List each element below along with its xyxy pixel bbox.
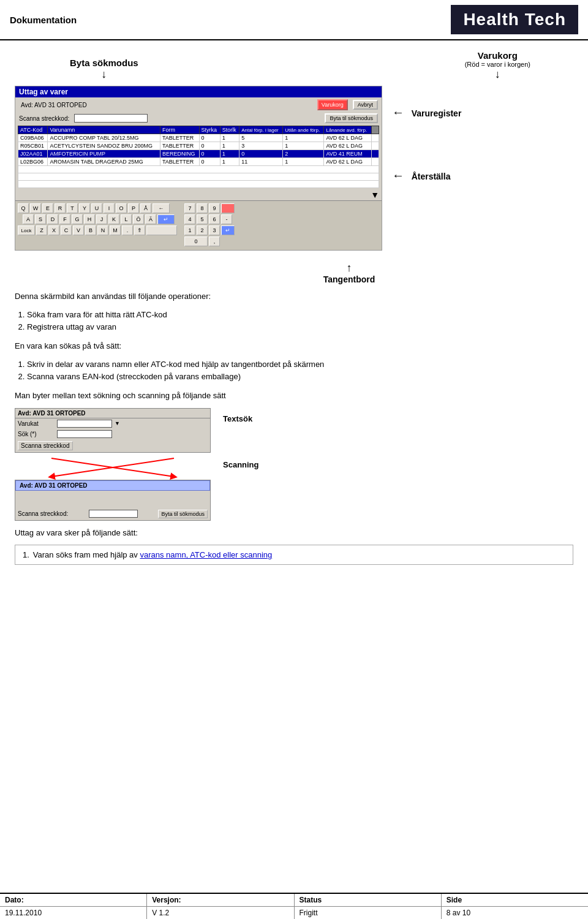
sok-label: Sök (*) (18, 431, 55, 437)
footer-val-status: Frigitt (295, 907, 442, 919)
key-numpad-red[interactable] (221, 203, 235, 213)
col-atc: ATC-Kod (18, 126, 48, 134)
key-h[interactable]: H (84, 214, 95, 224)
key-m[interactable]: M (110, 225, 121, 235)
key-k[interactable]: K (108, 214, 119, 224)
last-section-link[interactable]: varans namn, ATC-kod eller scanning (140, 550, 272, 559)
table-container: ATC-Kod Varunamn Form Styrka Storlk Anta… (15, 124, 382, 189)
byta-arrow-down: ↓ (101, 68, 107, 81)
key-z[interactable]: Z (36, 225, 47, 235)
key-5[interactable]: 5 (197, 214, 208, 224)
ui-window: Uttag av varer Avd: AVD 31 ORTOPED Varuk… (15, 86, 382, 251)
key-4[interactable]: 4 (184, 214, 195, 224)
key-b[interactable]: B (85, 225, 96, 235)
table-row-selected[interactable]: J02AA01 AMFOTERICIN PUMP BEREDNING 0 1 0… (18, 150, 379, 158)
key-backspace[interactable]: ← (153, 203, 170, 213)
key-a[interactable]: A (23, 214, 34, 224)
key-3[interactable]: 3 (209, 225, 220, 235)
varukat-row: Varukat ▼ (15, 418, 210, 429)
scroll-down-icon[interactable]: ▼ (371, 190, 379, 200)
footer-label-dato: Dato: (0, 894, 147, 906)
tangentbord-annotation: ↑ Tangentbord (125, 262, 573, 284)
key-t[interactable]: T (67, 203, 78, 213)
key-o[interactable]: O (116, 203, 127, 213)
byta-sokmodus-button[interactable]: Byta til sökmodus (325, 113, 378, 123)
key-space[interactable] (146, 225, 177, 235)
scanna-label: Scanna streckkod: (19, 115, 69, 122)
scanna-streckkod-button[interactable]: Scanna streckkod (18, 441, 73, 450)
table-row[interactable]: C09BA06 ACCUPRO COMP TABL 20/12.5MG TABL… (18, 134, 379, 142)
key-v[interactable]: V (73, 225, 84, 235)
key-s[interactable]: S (35, 214, 46, 224)
key-enter-numpad[interactable]: ↵ (221, 225, 235, 235)
avd-label: Avd: AVD 31 ORTOPED (19, 101, 89, 109)
key-f[interactable]: F (59, 214, 70, 224)
key-l[interactable]: L (121, 214, 132, 224)
key-9[interactable]: 9 (209, 203, 220, 213)
key-minus[interactable]: - (221, 214, 232, 224)
numpad-row2: 4 5 6 - (184, 214, 235, 224)
key-j[interactable]: J (96, 214, 107, 224)
intro-text: Denna skärmbild kan användas till följan… (15, 290, 573, 303)
main-keys: Q W E R T Y U I O P Å ← (18, 203, 177, 248)
search-item-2: Scanna varans EAN-kod (strecckoden på va… (27, 371, 573, 384)
scan-top-label: Avd: AVD 31 ORTOPED (15, 409, 210, 418)
key-r[interactable]: R (55, 203, 66, 213)
top-labels: Byta sökmodus ↓ Varukorg (Röd = varor i … (15, 50, 573, 81)
key-x[interactable]: X (48, 225, 59, 235)
key-g[interactable]: G (72, 214, 83, 224)
ui-toolbar: Avd: AVD 31 ORTOPED Varukorg Avbryt (15, 97, 382, 112)
key-e[interactable]: E (42, 203, 53, 213)
search-item-1: Skriv in delar av varans namn eller ATC-… (27, 358, 573, 371)
key-p[interactable]: P (128, 203, 139, 213)
key-1[interactable]: 1 (184, 225, 195, 235)
key-lock[interactable]: Lock (18, 225, 35, 235)
key-0[interactable]: 0 (184, 236, 208, 246)
varukat-dropdown[interactable] (57, 420, 112, 428)
footer-label-versjon: Versjon: (147, 894, 294, 906)
footer-val-side: 8 av 10 (442, 907, 588, 919)
varuregister-annotation: ← Varuregister (392, 105, 461, 119)
key-i[interactable]: I (104, 203, 115, 213)
last-section-text-before: Varan söks fram med hjälp av (33, 550, 140, 559)
key-6[interactable]: 6 (209, 214, 220, 224)
key-w[interactable]: W (30, 203, 41, 213)
key-dot[interactable]: . (122, 225, 133, 235)
key-7[interactable]: 7 (184, 203, 195, 213)
table-row[interactable]: L02BG06 AROMASIN TABL DRAGERAD 25MG TABL… (18, 158, 379, 166)
scanna-input[interactable] (74, 114, 148, 123)
sok-input[interactable] (57, 430, 112, 438)
key-q[interactable]: Q (18, 203, 29, 213)
key-n[interactable]: N (97, 225, 108, 235)
varukorg-label: Varukorg (478, 50, 518, 61)
byta-til-sokmodus-button[interactable]: Byta til sökmodus (158, 510, 208, 518)
key-shift-right[interactable]: ⇑ (134, 225, 145, 235)
key-2[interactable]: 2 (197, 225, 208, 235)
key-c[interactable]: C (61, 225, 72, 235)
brand-name: Health Tech (451, 5, 578, 34)
numpad-row3: 1 2 3 ↵ (184, 225, 235, 235)
scan-empty-row2 (15, 499, 210, 508)
key-aa[interactable]: Å (140, 203, 151, 213)
tangentbord-label: Tangentbord (323, 274, 375, 284)
varukorg-annotation: Varukorg (Röd = varor i korgen) ↓ (465, 50, 530, 81)
key-oe[interactable]: Ö (133, 214, 144, 224)
table-row-empty (18, 166, 379, 173)
textsok-label: Textsök (223, 414, 252, 423)
scanna-row-label: Scanna streckkod: (18, 510, 68, 517)
operations-list: Söka fram vara för att hitta rätt ATC-ko… (27, 309, 573, 335)
varukorg-button[interactable]: Varukorg (317, 99, 348, 110)
scan-barcode-input[interactable] (89, 510, 138, 518)
key-y[interactable]: Y (79, 203, 90, 213)
scanning-label-container: Scanning (223, 460, 259, 469)
avbryt-button[interactable]: Avbryt (353, 100, 378, 110)
key-8[interactable]: 8 (197, 203, 208, 213)
table-row-empty (18, 181, 379, 188)
key-ae[interactable]: Ä (145, 214, 156, 224)
key-comma[interactable]: , (209, 236, 220, 246)
key-enter[interactable]: ↵ (157, 214, 175, 224)
tangentbord-arrow: ↑ (347, 262, 352, 274)
table-row[interactable]: R05CB01 ACETYLCYSTEIN SANDOZ BRU 200MG T… (18, 142, 379, 150)
key-u[interactable]: U (91, 203, 102, 213)
key-d[interactable]: D (47, 214, 58, 224)
